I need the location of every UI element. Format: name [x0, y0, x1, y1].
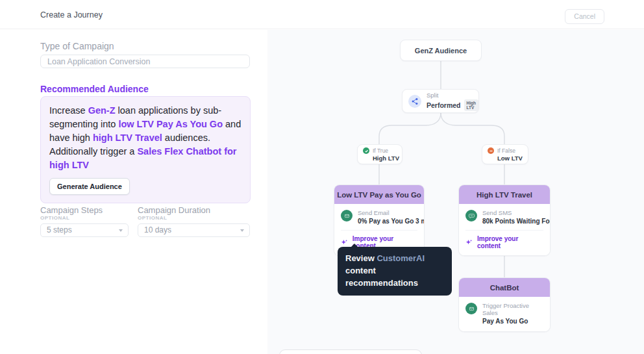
tooltip-prefix: Review [345, 253, 377, 263]
campaign-duration-label: Campaign Duration [138, 205, 210, 215]
sparkle-icon [465, 239, 473, 246]
partial-node[interactable] [279, 349, 422, 354]
tooltip-suffix: content recommendations [345, 266, 418, 288]
travel-action-label: Send SMS [482, 209, 551, 216]
campaign-duration-select[interactable]: 10 days [138, 223, 250, 237]
recommended-audience-text: Increase Gen-Z loan applications by sub-… [49, 104, 242, 172]
top-bar: Create a Journey Cancel [0, 0, 644, 29]
cancel-button[interactable]: Cancel [565, 9, 604, 24]
if-false-label: If False [497, 147, 515, 154]
journey-canvas[interactable]: GenZ Audience Split Performed High LTV [267, 30, 644, 354]
generate-audience-button[interactable]: Generate Audience [49, 178, 130, 195]
audience-node[interactable]: GenZ Audience [400, 40, 482, 61]
low-ltv-action-value: 0% Pay as You Go 3 mos [358, 218, 425, 225]
recommended-audience-box: Increase Gen-Z loan applications by sub-… [40, 96, 251, 203]
split-badge: High LTV [464, 99, 478, 111]
campaign-steps-value: 5 steps [47, 225, 72, 234]
campaign-type-input[interactable] [40, 55, 250, 68]
split-node-label: Split [427, 92, 478, 99]
low-ltv-card-title: Low LTV Pay as You Go [334, 185, 424, 204]
sparkle-icon [341, 239, 348, 246]
audience-node-label: GenZ Audience [415, 47, 467, 55]
check-circle-icon [363, 147, 369, 154]
low-ltv-action-label: Send Email [358, 209, 425, 216]
campaign-steps-optional: OPTIONAL [40, 215, 69, 221]
sms-icon [465, 210, 477, 221]
split-icon [408, 95, 421, 108]
tooltip-caret [351, 244, 358, 247]
if-true-node[interactable]: If True High LTV [357, 144, 402, 164]
campaign-steps-select[interactable]: 5 steps [40, 223, 129, 237]
travel-action-value: 80k Points Waiting For You [482, 218, 551, 225]
travel-card-title: High LTV Travel [459, 185, 550, 204]
tooltip-brand: CustomerAI [377, 253, 425, 263]
chevron-down-icon [240, 229, 244, 232]
chevron-down-icon [119, 229, 123, 232]
type-of-campaign-label: Type of Campaign [40, 41, 114, 51]
travel-improve-label: Improve your content [477, 235, 543, 249]
chatbot-card[interactable]: ChatBot Trigger Proactive Sales Pay As Y… [458, 277, 551, 332]
travel-card[interactable]: High LTV Travel Send SMS 80k Points Wait… [458, 184, 551, 256]
if-false-node[interactable]: If False Low LTV [482, 144, 528, 164]
flow-connectors [267, 30, 644, 354]
recommended-audience-heading: Recommended Audience [40, 84, 149, 94]
split-performed-label: Performed [427, 101, 461, 109]
if-true-value: High LTV [373, 155, 402, 162]
content-recommendation-tooltip: Review CustomerAI content recommendation… [338, 247, 452, 296]
page-title: Create a Journey [40, 10, 103, 19]
campaign-steps-label: Campaign Steps [40, 205, 103, 215]
chatbot-action-label: Trigger Proactive Sales [482, 302, 543, 316]
minus-circle-icon [488, 147, 494, 154]
travel-improve-link[interactable]: Improve your content [465, 230, 543, 255]
chatbot-card-title: ChatBot [459, 278, 550, 297]
split-node[interactable]: Split Performed High LTV [402, 89, 479, 113]
low-ltv-card[interactable]: Low LTV Pay as You Go Send Email 0% Pay … [334, 184, 425, 256]
if-true-label: If True [373, 147, 388, 154]
if-false-value: Low LTV [497, 155, 528, 162]
campaign-duration-value: 10 days [144, 225, 171, 234]
email-icon [341, 210, 353, 221]
email-icon [465, 303, 477, 314]
campaign-duration-optional: OPTIONAL [138, 215, 167, 221]
chatbot-action-value: Pay As You Go [482, 318, 543, 325]
